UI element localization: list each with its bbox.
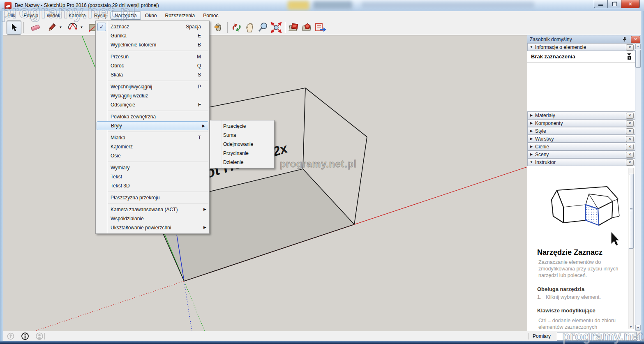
style-builder-tool-button[interactable] <box>301 21 314 34</box>
menu-item-tekst-3d[interactable]: Tekst 3D <box>96 181 209 190</box>
tray-close-button[interactable]: ✕ <box>631 36 640 43</box>
menu-item-kamera-zaawansowana[interactable]: Kamera zaawansowana (ACT) ▶ <box>96 205 209 214</box>
pencil-tool-button[interactable] <box>45 21 58 34</box>
measurements-input[interactable] <box>557 332 637 341</box>
submenu-item-przycinanie[interactable]: Przycinanie <box>210 149 274 158</box>
zoom-extents-tool-button[interactable] <box>270 21 283 34</box>
section-close-icon[interactable]: ✕ <box>626 120 634 127</box>
close-button[interactable]: ✕ <box>621 0 640 8</box>
menu-item-zaznacz[interactable]: ✓ Zaznacz Spacja <box>96 22 209 31</box>
menu-item-katomierz[interactable]: Kątomierz <box>96 142 209 151</box>
layout-tool-button[interactable] <box>288 21 301 34</box>
menu-item-odsuniecie[interactable]: Odsunięcie F <box>96 100 209 109</box>
menu-rysuj[interactable]: Rysuj <box>90 12 111 20</box>
scrollbar-thumb[interactable] <box>629 174 634 249</box>
tray-scrollbar[interactable]: ▲ ▼ <box>635 43 641 331</box>
zoom-extents-icon <box>270 22 282 33</box>
menu-item-bryly[interactable]: Bryły ▶ <box>97 121 208 130</box>
menu-item-skala[interactable]: Skala S <box>96 70 209 79</box>
menu-kamera[interactable]: Kamera <box>65 12 90 20</box>
tray-header[interactable]: Zasobnik domyślny ✕ <box>527 35 641 43</box>
instructor-scrollbar[interactable]: ▼ <box>628 168 634 329</box>
tools-menu: ✓ Zaznacz Spacja Gumka E Wypełnienie kol… <box>95 21 210 234</box>
statusbar-separator <box>529 333 529 339</box>
sketchup-window: Bez Nazwy - SketchUp Pro 2016 (pozostało… <box>0 0 644 344</box>
section-close-icon[interactable]: ✕ <box>626 159 634 166</box>
export-tool-button[interactable] <box>314 21 327 34</box>
section-close-icon[interactable]: ✕ <box>626 152 634 158</box>
scroll-down-icon[interactable]: ▼ <box>629 326 633 328</box>
menu-plik[interactable]: Plik <box>3 12 19 20</box>
measurements-label: Pomiary <box>533 333 551 339</box>
menu-item-plaszczyzna-przekroju[interactable]: Płaszczyzna przekroju <box>96 193 209 202</box>
select-tool-button[interactable] <box>7 21 21 35</box>
orbit-tool-button[interactable] <box>230 21 243 34</box>
model-view: ot Ho 2x <box>3 35 527 331</box>
layout-icon <box>289 22 300 33</box>
menu-item-wyciagnij-wzdluz[interactable]: Wyciągnij wzdłuż <box>96 91 209 100</box>
menu-narzedzia[interactable]: Narzędzia <box>111 12 141 20</box>
submenu-item-dzielenie[interactable]: Dzielenie <box>210 158 274 167</box>
detail-toggle-icon[interactable] <box>626 53 632 61</box>
arc-tool-button[interactable] <box>66 21 79 34</box>
section-close-icon[interactable]: ✕ <box>626 144 634 150</box>
menu-item-powloka-zewnetrzna[interactable]: Powłoka zewnętrzna <box>96 112 209 121</box>
section-close-icon[interactable]: ✕ <box>626 136 634 142</box>
menu-item-uksztaltowanie-powierzchni[interactable]: Ukształtowanie powierzchni ▶ <box>96 223 209 232</box>
menu-item-wspoldzialanie[interactable]: Współdziałanie <box>96 214 209 223</box>
section-instruktor[interactable]: ▼ Instruktor ✕ <box>527 158 635 166</box>
menu-item-gumka[interactable]: Gumka E <box>96 31 209 40</box>
signin-icon[interactable] <box>36 333 43 339</box>
menu-item-osie[interactable]: Osie <box>96 151 209 160</box>
section-warstwy[interactable]: ▶ Warstwy ✕ <box>527 135 635 143</box>
section-sceny[interactable]: ▶ Sceny ✕ <box>527 150 635 158</box>
restore-button[interactable] <box>608 0 621 8</box>
section-style[interactable]: ▶ Style ✕ <box>527 127 635 135</box>
menu-item-przesun[interactable]: Przesuń M <box>96 52 209 61</box>
menu-item-wypelnienie-kolorem[interactable]: Wypełnienie kolorem B <box>96 40 209 49</box>
eraser-tool-button[interactable] <box>29 21 42 34</box>
geolocation-icon[interactable] <box>8 333 14 339</box>
minimize-button[interactable] <box>594 0 608 8</box>
pin-icon[interactable] <box>622 36 628 42</box>
menu-widok[interactable]: Widok <box>42 12 64 20</box>
export-icon <box>314 22 327 33</box>
collapse-arrow-icon: ▼ <box>528 160 535 164</box>
section-cienie[interactable]: ▶ Cienie ✕ <box>527 143 635 150</box>
menu-item-obroc[interactable]: Obróć Q <box>96 61 209 70</box>
menu-pomoc[interactable]: Pomoc <box>199 12 222 20</box>
submenu-arrow-icon: ▶ <box>202 124 205 128</box>
scroll-up-icon[interactable]: ▲ <box>635 43 641 49</box>
drawing-canvas[interactable]: ot Ho 2x programy.net.pl <box>3 35 527 331</box>
submenu-arrow-icon: ▶ <box>203 207 206 211</box>
model-3d-text-right[interactable]: 2x <box>272 141 288 159</box>
zoom-tool-button[interactable] <box>256 21 270 34</box>
section-close-icon[interactable]: ✕ <box>626 113 634 119</box>
section-close-icon[interactable]: ✕ <box>626 128 634 134</box>
submenu-item-przeciecie[interactable]: Przecięcie <box>210 122 274 131</box>
entity-info-panel: Brak zaznaczenia <box>527 51 635 111</box>
submenu-item-odejmowanie[interactable]: Odejmowanie <box>210 140 274 149</box>
scroll-down-icon[interactable]: ▼ <box>635 325 641 331</box>
menu-item-wepchnij-wyciagnij[interactable]: Wepchnij/wyciągnij P <box>96 82 209 91</box>
arc-dropdown-arrow[interactable]: ▼ <box>79 25 84 29</box>
section-entity-info[interactable]: ▼ Informacje o elemencie ✕ <box>527 43 635 51</box>
section-close-icon[interactable]: ✕ <box>626 44 634 51</box>
menu-item-wymiary[interactable]: Wymiary <box>96 163 209 172</box>
paint-bucket-tool-button[interactable] <box>212 21 225 34</box>
pan-tool-button[interactable] <box>243 21 256 34</box>
menu-item-tekst[interactable]: Tekst <box>96 172 209 181</box>
menu-okno[interactable]: Okno <box>141 12 161 20</box>
menu-item-miarka[interactable]: Miarka T <box>96 133 209 142</box>
pan-hand-icon <box>245 22 255 33</box>
menu-rozszerzenia[interactable]: Rozszerzenia <box>161 12 199 20</box>
scrollbar-thumb[interactable] <box>635 50 641 68</box>
credits-icon[interactable] <box>22 333 28 339</box>
section-komponenty[interactable]: ▶ Komponenty ✕ <box>527 119 635 127</box>
submenu-item-suma[interactable]: Suma <box>210 131 274 140</box>
divider <box>527 62 635 63</box>
expand-arrow-icon: ▶ <box>528 113 535 117</box>
section-materialy[interactable]: ▶ Materiały ✕ <box>527 111 635 119</box>
menu-edycja[interactable]: Edycja <box>19 12 42 20</box>
pencil-dropdown-arrow[interactable]: ▼ <box>58 25 63 29</box>
